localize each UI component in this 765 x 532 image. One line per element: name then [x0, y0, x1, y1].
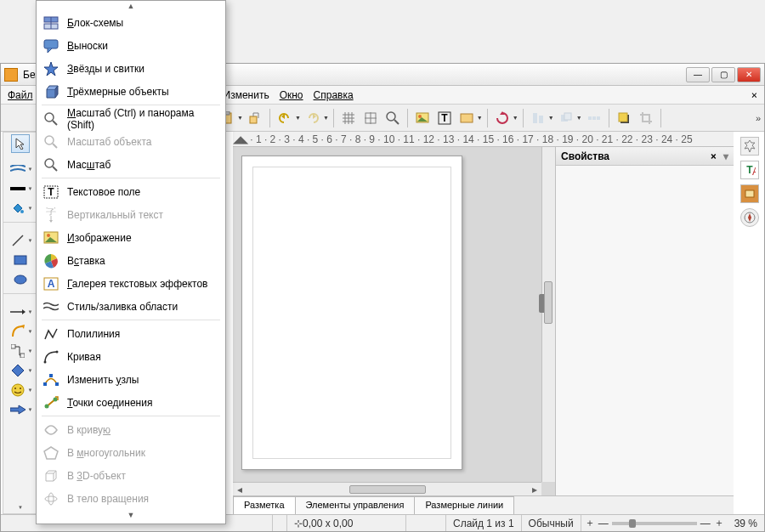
- popup-item-label: Звёзды и свитки: [67, 63, 144, 75]
- popup-item-callout[interactable]: Выноски: [37, 34, 225, 57]
- tool-line[interactable]: [8, 231, 27, 250]
- svg-rect-2: [250, 116, 257, 123]
- tool-fill[interactable]: [8, 199, 27, 218]
- svg-text:T: T: [441, 112, 448, 124]
- popup-item-zoompan[interactable]: Масштаб (Ctrl) и панорама (Shift): [37, 107, 225, 130]
- callout-icon: [43, 38, 59, 54]
- zoom-in-button[interactable]: ＋: [711, 515, 728, 531]
- tool-connector[interactable]: [8, 342, 27, 360]
- status-zoom[interactable]: 39 %: [728, 515, 764, 531]
- zoom-slider[interactable]: [612, 522, 697, 525]
- properties-panel-menu-icon[interactable]: ▾: [723, 150, 728, 162]
- menubar-close-icon[interactable]: ×: [751, 89, 757, 101]
- rotate-button[interactable]: [492, 108, 513, 128]
- svg-rect-34: [11, 344, 15, 348]
- sidebar-properties-icon[interactable]: [740, 137, 759, 156]
- popup-item-label: Масштаб (Ctrl) и панорама (Shift): [67, 107, 218, 131]
- menu-file[interactable]: Файл: [8, 89, 33, 101]
- popup-item-glue[interactable]: Точки соединения: [37, 391, 225, 414]
- sidebar-navigator-icon[interactable]: [740, 208, 759, 227]
- popup-item-nodes[interactable]: Изменить узлы: [37, 368, 225, 391]
- tool-symbol-shapes[interactable]: [8, 381, 27, 399]
- vertical-scrollbar[interactable]: [541, 147, 555, 482]
- zoom-icon: [43, 157, 59, 173]
- zoom-button[interactable]: [382, 108, 403, 128]
- minimize-button[interactable]: —: [686, 67, 710, 82]
- close-button[interactable]: ✕: [737, 67, 761, 82]
- grid-button[interactable]: [338, 108, 359, 128]
- sidebar-gallery-icon[interactable]: [740, 184, 759, 203]
- popup-item-star[interactable]: Звёзды и свитки: [37, 57, 225, 80]
- shadow-button[interactable]: [614, 108, 634, 128]
- svg-point-29: [20, 210, 24, 213]
- svg-point-47: [45, 113, 54, 122]
- properties-panel-title: Свойства: [561, 150, 609, 162]
- align-button[interactable]: [528, 108, 548, 128]
- horizontal-scrollbar[interactable]: ◂▸: [233, 482, 541, 495]
- popup-item-label: Масштаб: [67, 159, 110, 171]
- maximize-button[interactable]: ▢: [711, 67, 735, 82]
- tool-pointer[interactable]: [11, 134, 30, 153]
- popup-item-label: Точки соединения: [67, 397, 152, 409]
- svg-rect-24: [592, 116, 596, 120]
- clone-format-button[interactable]: [245, 108, 265, 128]
- snap-button[interactable]: [360, 108, 381, 128]
- menu-help[interactable]: Справка: [314, 89, 354, 101]
- popup-item-vtext: 字Вертикальный текст: [37, 203, 225, 226]
- insert-special-button[interactable]: [456, 108, 477, 128]
- tool-ellipse[interactable]: [11, 270, 30, 289]
- svg-point-69: [48, 493, 54, 505]
- popup-item-flowchart[interactable]: Блок-схемы: [37, 11, 225, 34]
- popup-item-label: В 3D-объект: [67, 470, 126, 482]
- status-position: ⊹ 0,00 x 0,00: [287, 515, 406, 531]
- popup-item-cube[interactable]: Трёхмерные объекты: [37, 80, 225, 103]
- menu-window[interactable]: Окно: [280, 89, 303, 101]
- popup-item-fontwork[interactable]: AГалерея текстовых эффектов: [37, 272, 225, 295]
- tool-line-color[interactable]: [8, 179, 27, 198]
- crop-button[interactable]: [636, 108, 656, 128]
- popup-item-label: Кривая: [67, 351, 101, 363]
- cube-icon: [43, 84, 59, 99]
- popup-scroll-down-icon[interactable]: ▼: [37, 510, 225, 520]
- toolbox-overflow-icon[interactable]: ▼: [18, 505, 23, 510]
- popup-scroll-up-icon[interactable]: ▲: [37, 1, 225, 11]
- popup-item-polyline[interactable]: Полилиния: [37, 322, 225, 345]
- tool-line-style[interactable]: [8, 160, 27, 178]
- page[interactable]: [241, 156, 462, 470]
- canvas[interactable]: ◂▸: [233, 147, 555, 495]
- toolbar-overflow-icon[interactable]: »: [756, 113, 761, 123]
- tool-arrow-line[interactable]: [8, 303, 27, 321]
- popup-item-fill[interactable]: Стиль/заливка области: [37, 295, 225, 318]
- tab-controls[interactable]: Элементы управления: [295, 496, 416, 514]
- distribute-button[interactable]: [584, 108, 604, 128]
- svg-rect-31: [14, 256, 26, 264]
- properties-panel-close-icon[interactable]: ×: [711, 150, 717, 162]
- insert-text-button[interactable]: T: [434, 108, 455, 128]
- tool-rectangle[interactable]: [11, 251, 30, 269]
- redo-button[interactable]: [303, 108, 323, 128]
- arrange-button[interactable]: [556, 108, 576, 128]
- panel-collapse-handle[interactable]: [539, 294, 544, 313]
- zoom-out-button[interactable]: ＋: [581, 515, 598, 531]
- tool-arrow-shapes[interactable]: [8, 400, 27, 419]
- svg-rect-27: [619, 113, 627, 122]
- left-toolbox: ▼ ▼ ▼ ▼ ▼ ▼ ▼ ▼ ▼ ▼ ▼: [3, 132, 38, 514]
- popup-item-to3d: В 3D-объект: [37, 464, 225, 487]
- tool-basic-shapes[interactable]: [8, 361, 27, 380]
- undo-button[interactable]: [275, 108, 295, 128]
- status-mode[interactable]: Обычный: [522, 515, 581, 531]
- tab-layout[interactable]: Разметка: [233, 496, 296, 514]
- popup-item-image[interactable]: Изображение: [37, 226, 225, 249]
- menu-edit[interactable]: Изменить: [224, 89, 269, 101]
- popup-item-torot: В тело вращения: [37, 487, 225, 510]
- svg-rect-28: [10, 187, 26, 190]
- popup-item-pie[interactable]: Вставка: [37, 249, 225, 272]
- popup-item-zoom[interactable]: Масштаб: [37, 153, 225, 176]
- popup-item-curve[interactable]: Кривая: [37, 345, 225, 368]
- popup-item-label: Выноски: [67, 40, 108, 52]
- tool-curve[interactable]: [8, 322, 27, 341]
- sidebar-styles-icon[interactable]: TA: [740, 161, 759, 179]
- insert-image-button[interactable]: [412, 108, 433, 128]
- tab-dimlines[interactable]: Размерные линии: [414, 496, 514, 514]
- popup-item-textbox[interactable]: TТекстовое поле: [37, 180, 225, 203]
